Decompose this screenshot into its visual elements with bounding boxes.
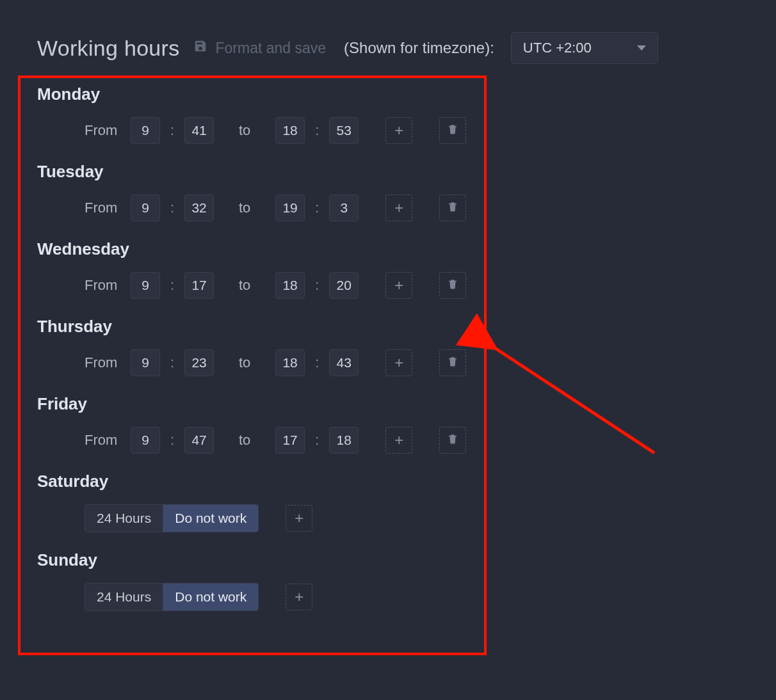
time-colon: :	[315, 200, 319, 216]
toggle-do-not-work[interactable]: Do not work	[163, 505, 258, 532]
working-hours-list: MondayFrom9:41to18:53+TuesdayFrom9:32to1…	[0, 64, 776, 611]
from-hour-input[interactable]: 9	[131, 349, 160, 376]
day-name: Friday	[37, 394, 776, 414]
plus-icon: +	[295, 511, 303, 526]
time-colon: :	[170, 277, 174, 294]
time-colon: :	[170, 432, 174, 449]
time-colon: :	[315, 277, 319, 294]
day-row: 24 HoursDo not work+	[37, 583, 776, 611]
to-label: to	[232, 200, 257, 216]
svg-rect-6	[451, 361, 453, 365]
day-name: Wednesday	[37, 239, 776, 259]
to-hour-input[interactable]: 19	[275, 195, 305, 221]
to-hour-input[interactable]: 18	[275, 349, 305, 376]
day-row: From9:17to18:20+	[37, 272, 776, 299]
time-colon: :	[315, 122, 319, 139]
trash-icon	[447, 201, 458, 215]
day-name: Monday	[37, 84, 776, 104]
timezone-select[interactable]: UTC +2:00	[511, 32, 658, 64]
to-hour-input[interactable]: 18	[275, 272, 305, 299]
delete-interval-button[interactable]	[439, 272, 466, 299]
to-minute-input[interactable]: 18	[329, 427, 359, 454]
add-interval-button[interactable]: +	[385, 349, 412, 376]
day-name: Tuesday	[37, 162, 776, 182]
from-minute-input[interactable]: 23	[184, 349, 214, 376]
to-label: to	[232, 277, 257, 294]
add-interval-button[interactable]: +	[385, 427, 412, 454]
save-label: Format and save	[215, 40, 326, 57]
plus-icon: +	[394, 123, 403, 138]
to-hour-input[interactable]: 17	[275, 427, 305, 454]
from-hour-input[interactable]: 9	[131, 195, 160, 221]
to-minute-input[interactable]: 3	[329, 195, 359, 221]
day-mode-toggle: 24 HoursDo not work	[85, 583, 259, 611]
delete-interval-button[interactable]	[439, 117, 466, 144]
from-minute-input[interactable]: 47	[184, 427, 214, 454]
svg-rect-8	[451, 438, 453, 442]
from-label: From	[85, 122, 122, 139]
format-and-save-button[interactable]: Format and save	[193, 39, 326, 57]
from-minute-input[interactable]: 17	[184, 272, 214, 299]
time-colon: :	[170, 122, 174, 139]
from-label: From	[85, 354, 122, 371]
day-block: Saturday24 HoursDo not work+	[37, 472, 776, 532]
trash-icon	[447, 433, 458, 447]
day-row: 24 HoursDo not work+	[37, 504, 776, 532]
day-name: Sunday	[37, 550, 776, 570]
add-interval-button[interactable]: +	[286, 505, 312, 532]
to-hour-input[interactable]: 18	[275, 117, 305, 144]
plus-icon: +	[394, 200, 403, 216]
add-interval-button[interactable]: +	[286, 584, 312, 610]
to-label: to	[232, 432, 257, 449]
from-label: From	[85, 200, 122, 216]
to-minute-input[interactable]: 20	[329, 272, 359, 299]
trash-icon	[447, 356, 458, 370]
from-label: From	[85, 432, 122, 449]
svg-rect-4	[451, 283, 453, 287]
from-label: From	[85, 277, 122, 294]
toggle-24-hours[interactable]: 24 Hours	[85, 584, 163, 610]
svg-rect-9	[453, 438, 455, 442]
day-row: From9:47to17:18+	[37, 427, 776, 454]
day-row: From9:41to18:53+	[37, 117, 776, 144]
from-minute-input[interactable]: 41	[184, 117, 214, 144]
delete-interval-button[interactable]	[439, 349, 466, 376]
day-row: From9:32to19:3+	[37, 195, 776, 221]
svg-rect-2	[451, 206, 453, 210]
from-hour-input[interactable]: 9	[131, 117, 160, 144]
toggle-do-not-work[interactable]: Do not work	[163, 584, 258, 610]
to-label: to	[232, 122, 257, 139]
trash-icon	[447, 278, 458, 292]
day-name: Thursday	[37, 317, 776, 337]
timezone-label: (Shown for timezone):	[344, 39, 494, 57]
from-hour-input[interactable]: 9	[131, 427, 160, 454]
save-icon	[193, 39, 207, 57]
day-name: Saturday	[37, 472, 776, 491]
trash-icon	[447, 123, 458, 138]
delete-interval-button[interactable]	[439, 195, 466, 221]
add-interval-button[interactable]: +	[385, 272, 412, 299]
to-minute-input[interactable]: 53	[329, 117, 359, 144]
from-hour-input[interactable]: 9	[131, 272, 160, 299]
time-colon: :	[170, 354, 174, 371]
plus-icon: +	[394, 278, 403, 293]
day-block: WednesdayFrom9:17to18:20+	[37, 239, 776, 299]
day-block: ThursdayFrom9:23to18:43+	[37, 317, 776, 376]
svg-rect-5	[453, 283, 455, 287]
from-minute-input[interactable]: 32	[184, 195, 214, 221]
chevron-down-icon	[637, 45, 646, 51]
add-interval-button[interactable]: +	[385, 195, 412, 221]
add-interval-button[interactable]: +	[385, 117, 412, 144]
svg-rect-3	[453, 206, 455, 210]
plus-icon: +	[295, 589, 303, 605]
day-block: TuesdayFrom9:32to19:3+	[37, 162, 776, 221]
delete-interval-button[interactable]	[439, 427, 466, 454]
timezone-value: UTC +2:00	[523, 40, 592, 56]
time-colon: :	[170, 200, 174, 216]
day-mode-toggle: 24 HoursDo not work	[85, 504, 259, 532]
plus-icon: +	[394, 433, 403, 448]
svg-rect-7	[453, 361, 455, 365]
toggle-24-hours[interactable]: 24 Hours	[85, 505, 163, 532]
time-colon: :	[315, 432, 319, 449]
to-minute-input[interactable]: 43	[329, 349, 359, 376]
